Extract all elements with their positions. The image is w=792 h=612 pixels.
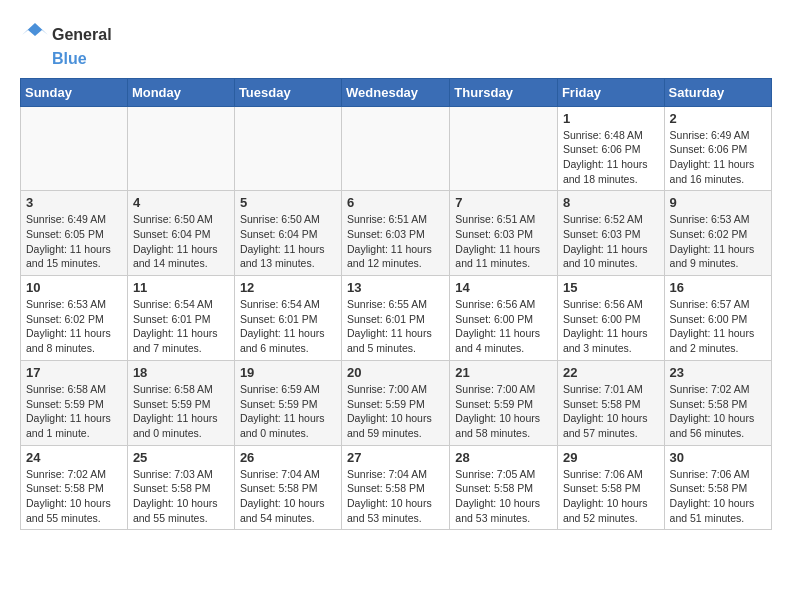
day-number: 30 (670, 450, 766, 465)
calendar-cell: 7Sunrise: 6:51 AM Sunset: 6:03 PM Daylig… (450, 191, 558, 276)
calendar-cell: 1Sunrise: 6:48 AM Sunset: 6:06 PM Daylig… (557, 106, 664, 191)
day-number: 20 (347, 365, 444, 380)
day-info: Sunrise: 6:51 AM Sunset: 6:03 PM Dayligh… (455, 212, 552, 271)
day-number: 15 (563, 280, 659, 295)
calendar-cell: 30Sunrise: 7:06 AM Sunset: 5:58 PM Dayli… (664, 445, 771, 530)
calendar-cell (127, 106, 234, 191)
day-number: 2 (670, 111, 766, 126)
calendar-cell: 24Sunrise: 7:02 AM Sunset: 5:58 PM Dayli… (21, 445, 128, 530)
day-number: 10 (26, 280, 122, 295)
day-info: Sunrise: 6:50 AM Sunset: 6:04 PM Dayligh… (133, 212, 229, 271)
day-number: 17 (26, 365, 122, 380)
weekday-header-row: SundayMondayTuesdayWednesdayThursdayFrid… (21, 78, 772, 106)
day-info: Sunrise: 7:01 AM Sunset: 5:58 PM Dayligh… (563, 382, 659, 441)
weekday-header-saturday: Saturday (664, 78, 771, 106)
calendar-cell: 14Sunrise: 6:56 AM Sunset: 6:00 PM Dayli… (450, 276, 558, 361)
day-number: 21 (455, 365, 552, 380)
day-info: Sunrise: 6:49 AM Sunset: 6:05 PM Dayligh… (26, 212, 122, 271)
day-number: 1 (563, 111, 659, 126)
weekday-header-thursday: Thursday (450, 78, 558, 106)
day-info: Sunrise: 7:05 AM Sunset: 5:58 PM Dayligh… (455, 467, 552, 526)
calendar-cell: 11Sunrise: 6:54 AM Sunset: 6:01 PM Dayli… (127, 276, 234, 361)
day-number: 29 (563, 450, 659, 465)
calendar-cell: 2Sunrise: 6:49 AM Sunset: 6:06 PM Daylig… (664, 106, 771, 191)
day-number: 18 (133, 365, 229, 380)
weekday-header-wednesday: Wednesday (342, 78, 450, 106)
day-number: 26 (240, 450, 336, 465)
day-number: 23 (670, 365, 766, 380)
logo-text-general: General (52, 26, 112, 44)
calendar-cell: 8Sunrise: 6:52 AM Sunset: 6:03 PM Daylig… (557, 191, 664, 276)
calendar-cell: 27Sunrise: 7:04 AM Sunset: 5:58 PM Dayli… (342, 445, 450, 530)
day-number: 5 (240, 195, 336, 210)
day-number: 9 (670, 195, 766, 210)
weekday-header-friday: Friday (557, 78, 664, 106)
day-number: 28 (455, 450, 552, 465)
weekday-header-tuesday: Tuesday (234, 78, 341, 106)
weekday-header-sunday: Sunday (21, 78, 128, 106)
day-number: 16 (670, 280, 766, 295)
day-info: Sunrise: 6:58 AM Sunset: 5:59 PM Dayligh… (133, 382, 229, 441)
day-info: Sunrise: 7:06 AM Sunset: 5:58 PM Dayligh… (670, 467, 766, 526)
calendar-cell (342, 106, 450, 191)
calendar-cell: 29Sunrise: 7:06 AM Sunset: 5:58 PM Dayli… (557, 445, 664, 530)
day-info: Sunrise: 6:59 AM Sunset: 5:59 PM Dayligh… (240, 382, 336, 441)
day-number: 22 (563, 365, 659, 380)
calendar-cell: 25Sunrise: 7:03 AM Sunset: 5:58 PM Dayli… (127, 445, 234, 530)
day-number: 6 (347, 195, 444, 210)
calendar-cell: 16Sunrise: 6:57 AM Sunset: 6:00 PM Dayli… (664, 276, 771, 361)
day-info: Sunrise: 6:50 AM Sunset: 6:04 PM Dayligh… (240, 212, 336, 271)
logo-text-blue: Blue (52, 50, 112, 68)
calendar-cell: 28Sunrise: 7:05 AM Sunset: 5:58 PM Dayli… (450, 445, 558, 530)
calendar-cell (450, 106, 558, 191)
calendar-cell: 3Sunrise: 6:49 AM Sunset: 6:05 PM Daylig… (21, 191, 128, 276)
calendar-cell: 20Sunrise: 7:00 AM Sunset: 5:59 PM Dayli… (342, 360, 450, 445)
week-row-3: 10Sunrise: 6:53 AM Sunset: 6:02 PM Dayli… (21, 276, 772, 361)
day-info: Sunrise: 6:52 AM Sunset: 6:03 PM Dayligh… (563, 212, 659, 271)
day-number: 14 (455, 280, 552, 295)
calendar-cell: 12Sunrise: 6:54 AM Sunset: 6:01 PM Dayli… (234, 276, 341, 361)
day-number: 13 (347, 280, 444, 295)
week-row-5: 24Sunrise: 7:02 AM Sunset: 5:58 PM Dayli… (21, 445, 772, 530)
calendar-cell: 23Sunrise: 7:02 AM Sunset: 5:58 PM Dayli… (664, 360, 771, 445)
calendar-cell (21, 106, 128, 191)
day-info: Sunrise: 6:48 AM Sunset: 6:06 PM Dayligh… (563, 128, 659, 187)
day-info: Sunrise: 6:58 AM Sunset: 5:59 PM Dayligh… (26, 382, 122, 441)
day-info: Sunrise: 6:54 AM Sunset: 6:01 PM Dayligh… (133, 297, 229, 356)
day-number: 12 (240, 280, 336, 295)
calendar-cell: 10Sunrise: 6:53 AM Sunset: 6:02 PM Dayli… (21, 276, 128, 361)
calendar-cell (234, 106, 341, 191)
day-info: Sunrise: 6:53 AM Sunset: 6:02 PM Dayligh… (26, 297, 122, 356)
day-number: 7 (455, 195, 552, 210)
day-info: Sunrise: 7:00 AM Sunset: 5:59 PM Dayligh… (455, 382, 552, 441)
page-header: General Blue (20, 20, 772, 68)
calendar-cell: 15Sunrise: 6:56 AM Sunset: 6:00 PM Dayli… (557, 276, 664, 361)
calendar-cell: 26Sunrise: 7:04 AM Sunset: 5:58 PM Dayli… (234, 445, 341, 530)
day-info: Sunrise: 6:51 AM Sunset: 6:03 PM Dayligh… (347, 212, 444, 271)
day-info: Sunrise: 6:57 AM Sunset: 6:00 PM Dayligh… (670, 297, 766, 356)
calendar-cell: 5Sunrise: 6:50 AM Sunset: 6:04 PM Daylig… (234, 191, 341, 276)
day-info: Sunrise: 7:00 AM Sunset: 5:59 PM Dayligh… (347, 382, 444, 441)
day-number: 8 (563, 195, 659, 210)
day-info: Sunrise: 7:02 AM Sunset: 5:58 PM Dayligh… (26, 467, 122, 526)
day-info: Sunrise: 6:54 AM Sunset: 6:01 PM Dayligh… (240, 297, 336, 356)
day-number: 24 (26, 450, 122, 465)
day-info: Sunrise: 6:56 AM Sunset: 6:00 PM Dayligh… (455, 297, 552, 356)
calendar-cell: 6Sunrise: 6:51 AM Sunset: 6:03 PM Daylig… (342, 191, 450, 276)
calendar-cell: 9Sunrise: 6:53 AM Sunset: 6:02 PM Daylig… (664, 191, 771, 276)
weekday-header-monday: Monday (127, 78, 234, 106)
day-number: 27 (347, 450, 444, 465)
week-row-2: 3Sunrise: 6:49 AM Sunset: 6:05 PM Daylig… (21, 191, 772, 276)
day-info: Sunrise: 7:04 AM Sunset: 5:58 PM Dayligh… (240, 467, 336, 526)
day-info: Sunrise: 6:55 AM Sunset: 6:01 PM Dayligh… (347, 297, 444, 356)
calendar-cell: 18Sunrise: 6:58 AM Sunset: 5:59 PM Dayli… (127, 360, 234, 445)
calendar-table: SundayMondayTuesdayWednesdayThursdayFrid… (20, 78, 772, 531)
day-number: 3 (26, 195, 122, 210)
logo: General Blue (20, 20, 112, 68)
day-number: 25 (133, 450, 229, 465)
day-number: 4 (133, 195, 229, 210)
day-info: Sunrise: 7:02 AM Sunset: 5:58 PM Dayligh… (670, 382, 766, 441)
svg-marker-0 (22, 23, 48, 36)
calendar-cell: 13Sunrise: 6:55 AM Sunset: 6:01 PM Dayli… (342, 276, 450, 361)
calendar-cell: 17Sunrise: 6:58 AM Sunset: 5:59 PM Dayli… (21, 360, 128, 445)
